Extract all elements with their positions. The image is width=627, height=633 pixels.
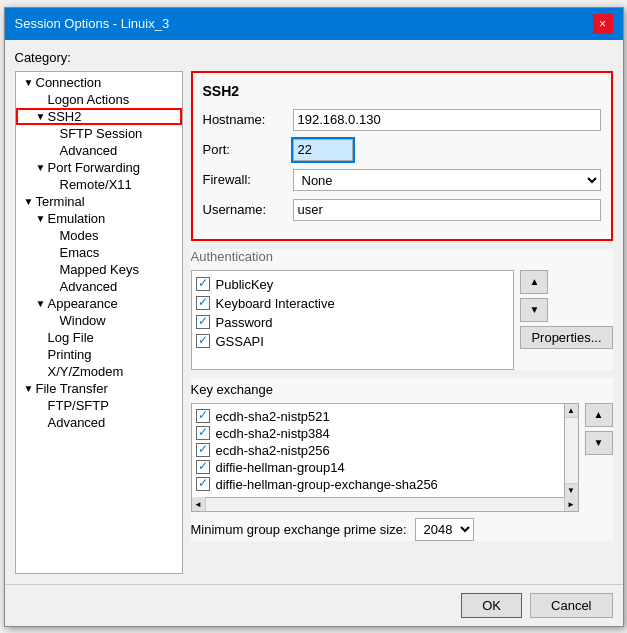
authentication-list: PublicKey Keyboard Interactive Password — [191, 270, 515, 370]
list-item: diffie-hellman-group-exchange-sha256 — [196, 476, 560, 493]
ssh2-section: SSH2 Hostname: Port: — [191, 71, 613, 241]
diffie-group14-checkbox[interactable] — [196, 460, 210, 474]
ke-move-down-button[interactable]: ▼ — [585, 431, 613, 455]
list-item: Keyboard Interactive — [196, 294, 510, 313]
move-down-button[interactable]: ▼ — [520, 298, 548, 322]
diffie-group-sha256-label: diffie-hellman-group-exchange-sha256 — [216, 477, 438, 492]
move-up-button[interactable]: ▲ — [520, 270, 548, 294]
cancel-button[interactable]: Cancel — [530, 593, 612, 618]
sidebar-item-file-transfer[interactable]: ▼ File Transfer — [16, 380, 182, 397]
sidebar: ▼ Connection Logon Actions ▼ SSH2 SFTP S… — [15, 71, 183, 574]
sidebar-item-emulation[interactable]: ▼ Emulation — [16, 210, 182, 227]
sidebar-item-connection[interactable]: ▼ Connection — [16, 74, 182, 91]
diffie-group-sha256-checkbox[interactable] — [196, 477, 210, 491]
chevron-down-icon: ▼ — [36, 111, 46, 122]
properties-button[interactable]: Properties... — [520, 326, 612, 349]
sidebar-item-modes[interactable]: Modes — [16, 227, 182, 244]
hostname-label: Hostname: — [203, 112, 293, 127]
scroll-track — [565, 418, 578, 483]
key-exchange-content: ecdh-sha2-nistp521 ecdh-sha2-nistp384 ec… — [191, 403, 613, 512]
authentication-title: Authentication — [191, 249, 613, 264]
auth-right-panel: ▲ ▼ Properties... — [520, 270, 612, 349]
main-content: ▼ Connection Logon Actions ▼ SSH2 SFTP S… — [15, 71, 613, 574]
sidebar-item-appearance[interactable]: ▼ Appearance — [16, 295, 182, 312]
hostname-input[interactable] — [293, 109, 601, 131]
prime-select[interactable]: 2048 — [415, 518, 474, 541]
ecdh-nistp521-label: ecdh-sha2-nistp521 — [216, 409, 330, 424]
username-label: Username: — [203, 202, 293, 217]
auth-arrow-buttons: ▲ ▼ — [520, 270, 548, 322]
list-item: ecdh-sha2-nistp256 — [196, 442, 560, 459]
port-row: Port: — [203, 139, 601, 161]
sidebar-item-log-file[interactable]: Log File — [16, 329, 182, 346]
ke-vertical-scrollbar: ▲ ▼ — [564, 404, 578, 497]
scroll-left-button[interactable]: ◄ — [192, 497, 206, 511]
ok-button[interactable]: OK — [461, 593, 522, 618]
list-item: Password — [196, 313, 510, 332]
port-label: Port: — [203, 142, 293, 157]
title-bar: Session Options - Linuix_3 × — [5, 8, 623, 40]
chevron-down-icon: ▼ — [36, 162, 46, 173]
chevron-down-icon: ▼ — [36, 213, 46, 224]
list-item: diffie-hellman-group14 — [196, 459, 560, 476]
ecdh-nistp384-checkbox[interactable] — [196, 426, 210, 440]
chevron-down-icon: ▼ — [36, 298, 46, 309]
ssh2-title: SSH2 — [203, 83, 601, 99]
firewall-select-container: None — [293, 169, 601, 191]
sidebar-item-window[interactable]: Window — [16, 312, 182, 329]
sidebar-item-ssh2[interactable]: ▼ SSH2 — [16, 108, 182, 125]
scroll-up-button[interactable]: ▲ — [565, 404, 578, 418]
diffie-group14-label: diffie-hellman-group14 — [216, 460, 345, 475]
chevron-down-icon: ▼ — [24, 196, 34, 207]
sidebar-item-xyz-modem[interactable]: X/Y/Zmodem — [16, 363, 182, 380]
right-panel: SSH2 Hostname: Port: — [191, 71, 613, 574]
username-input[interactable] — [293, 199, 601, 221]
ke-arrow-buttons: ▲ ▼ — [585, 403, 613, 455]
list-item: PublicKey — [196, 275, 510, 294]
sidebar-item-ftp-sftp[interactable]: FTP/SFTP — [16, 397, 182, 414]
sidebar-item-advanced3[interactable]: Advanced — [16, 414, 182, 431]
ecdh-nistp256-checkbox[interactable] — [196, 443, 210, 457]
ecdh-nistp384-label: ecdh-sha2-nistp384 — [216, 426, 330, 441]
hostname-row: Hostname: — [203, 109, 601, 131]
dialog-body: Category: ▼ Connection Logon Actions ▼ S… — [5, 40, 623, 584]
category-label: Category: — [15, 50, 613, 65]
ke-inner: ecdh-sha2-nistp521 ecdh-sha2-nistp384 ec… — [192, 404, 578, 497]
session-options-dialog: Session Options - Linuix_3 × Category: ▼… — [4, 7, 624, 627]
sidebar-item-advanced[interactable]: Advanced — [16, 142, 182, 159]
sidebar-item-printing[interactable]: Printing — [16, 346, 182, 363]
sidebar-item-terminal[interactable]: ▼ Terminal — [16, 193, 182, 210]
gssapi-checkbox[interactable] — [196, 334, 210, 348]
ecdh-nistp521-checkbox[interactable] — [196, 409, 210, 423]
authentication-content: PublicKey Keyboard Interactive Password — [191, 270, 613, 370]
publickey-label: PublicKey — [216, 277, 274, 292]
password-checkbox[interactable] — [196, 315, 210, 329]
sidebar-item-port-forwarding[interactable]: ▼ Port Forwarding — [16, 159, 182, 176]
sidebar-item-remote-x11[interactable]: Remote/X11 — [16, 176, 182, 193]
scroll-right-button[interactable]: ► — [564, 497, 578, 511]
username-field-container — [293, 199, 601, 221]
close-button[interactable]: × — [593, 14, 613, 34]
list-item: ecdh-sha2-nistp384 — [196, 425, 560, 442]
sidebar-item-emacs[interactable]: Emacs — [16, 244, 182, 261]
list-item: ecdh-sha2-nistp521 — [196, 408, 560, 425]
publickey-checkbox[interactable] — [196, 277, 210, 291]
ke-move-up-button[interactable]: ▲ — [585, 403, 613, 427]
sidebar-item-mapped-keys[interactable]: Mapped Keys — [16, 261, 182, 278]
list-item: GSSAPI — [196, 332, 510, 351]
keyboard-interactive-checkbox[interactable] — [196, 296, 210, 310]
port-input[interactable] — [293, 139, 353, 161]
chevron-down-icon: ▼ — [24, 77, 34, 88]
sidebar-item-logon-actions[interactable]: Logon Actions — [16, 91, 182, 108]
sidebar-item-sftp-session[interactable]: SFTP Session — [16, 125, 182, 142]
key-exchange-title: Key exchange — [191, 382, 613, 397]
firewall-select[interactable]: None — [293, 169, 601, 191]
firewall-label: Firewall: — [203, 172, 293, 187]
scroll-down-button[interactable]: ▼ — [565, 483, 578, 497]
password-label: Password — [216, 315, 273, 330]
dialog-title: Session Options - Linuix_3 — [15, 16, 170, 31]
username-row: Username: — [203, 199, 601, 221]
chevron-down-icon: ▼ — [24, 383, 34, 394]
dialog-footer: OK Cancel — [5, 584, 623, 626]
sidebar-item-advanced2[interactable]: Advanced — [16, 278, 182, 295]
